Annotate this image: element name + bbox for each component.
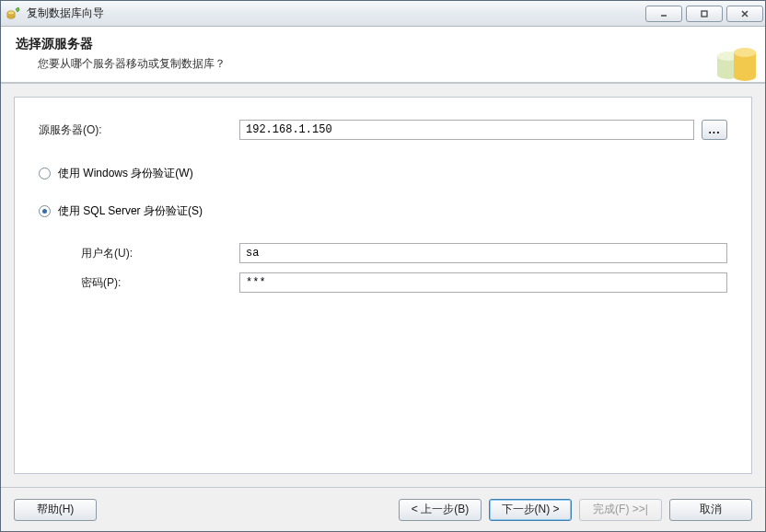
help-button[interactable]: 帮助(H): [14, 499, 97, 521]
maximize-button[interactable]: [686, 6, 723, 22]
page-title: 选择源服务器: [16, 36, 750, 52]
app-icon: [6, 6, 21, 21]
content-area: 源服务器(O): ... 使用 Windows 身份验证(W) 使用 SQL S…: [1, 84, 765, 487]
svg-rect-4: [702, 11, 707, 17]
windows-auth-label: 使用 Windows 身份验证(W): [58, 166, 193, 181]
close-button[interactable]: [726, 6, 763, 22]
username-label: 用户名(U):: [81, 246, 239, 261]
browse-server-button[interactable]: ...: [702, 120, 727, 140]
username-input[interactable]: [239, 243, 727, 263]
back-button[interactable]: < 上一步(B): [399, 499, 482, 521]
svg-point-2: [7, 10, 15, 14]
window-title: 复制数据库向导: [27, 6, 642, 21]
footer: 帮助(H) < 上一步(B) 下一步(N) > 完成(F) >>| 取消: [1, 487, 765, 531]
wizard-window: 复制数据库向导 选择源服务器 您要从哪个服务器移动或复制数据库？: [0, 0, 766, 532]
header-text: 选择源服务器 您要从哪个服务器移动或复制数据库？: [16, 36, 750, 82]
windows-auth-row[interactable]: 使用 Windows 身份验证(W): [39, 166, 727, 181]
sql-auth-label: 使用 SQL Server 身份验证(S): [58, 203, 203, 219]
finish-button: 完成(F) >>|: [579, 499, 662, 521]
window-controls: [642, 6, 763, 22]
cancel-button[interactable]: 取消: [669, 499, 752, 521]
password-row: 密码(P):: [39, 272, 727, 293]
header-graphic-icon: [704, 29, 760, 84]
password-input[interactable]: [239, 272, 727, 293]
source-server-input[interactable]: [239, 120, 694, 140]
content-inner: 源服务器(O): ... 使用 Windows 身份验证(W) 使用 SQL S…: [14, 97, 752, 474]
sql-auth-radio[interactable]: [39, 205, 51, 217]
header-panel: 选择源服务器 您要从哪个服务器移动或复制数据库？: [1, 27, 765, 84]
minimize-button[interactable]: [645, 6, 682, 22]
windows-auth-radio[interactable]: [39, 168, 51, 179]
username-row: 用户名(U):: [39, 243, 727, 263]
sql-auth-row[interactable]: 使用 SQL Server 身份验证(S): [39, 203, 727, 219]
page-subtitle: 您要从哪个服务器移动或复制数据库？: [16, 56, 750, 72]
svg-point-12: [734, 48, 756, 57]
next-button[interactable]: 下一步(N) >: [489, 499, 572, 521]
password-label: 密码(P):: [81, 275, 239, 291]
source-server-label: 源服务器(O):: [39, 122, 239, 138]
source-server-row: 源服务器(O): ...: [39, 120, 727, 140]
titlebar: 复制数据库向导: [1, 1, 765, 27]
